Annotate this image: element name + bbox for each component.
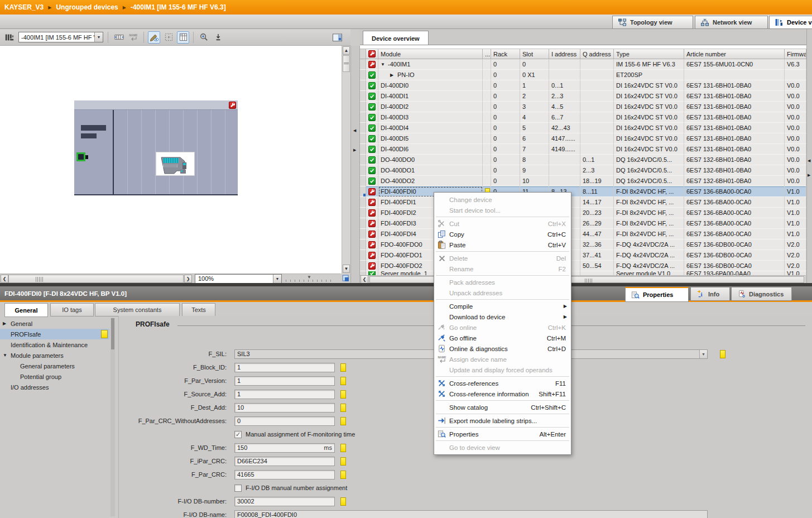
tab-network-view[interactable]: Network view (695, 16, 768, 29)
device-rack[interactable] (74, 100, 238, 195)
subtab-io-tags[interactable]: IO tags (50, 303, 94, 316)
menu-item-cross-reference-information[interactable]: Cross-reference informationShift+F11 (434, 388, 571, 399)
menu-item-go-offline[interactable]: Go offlineCtrl+M (434, 333, 571, 343)
tab-diagnostics[interactable]: Diagnostics (731, 287, 792, 301)
menu-item-delete[interactable]: DeleteDel (434, 253, 571, 263)
input-fparversion[interactable]: 1 (234, 376, 335, 386)
table-row[interactable]: FDO-400FDO032...36F-DQ 4x24VDC/2A ...6ES… (360, 239, 806, 250)
column-header[interactable]: Firmware (785, 49, 806, 59)
nav-scrollbar[interactable] (110, 318, 115, 516)
vertical-scroll-thumb[interactable] (343, 55, 350, 72)
column-header[interactable]: Type (614, 49, 684, 59)
panel-splitter[interactable]: ◀ ▶ (350, 46, 360, 283)
table-row[interactable]: DO-400DO201018...19DQ 16x24VDC/0.5...6ES… (360, 176, 806, 186)
station-icon[interactable] (3, 31, 16, 44)
table-row[interactable]: FDI-400FDI326...29F-DI 8x24VDC HF, ...6E… (360, 218, 806, 229)
checkbox-manual-assignment-of-f-monitoring-time[interactable]: ✓ (234, 431, 242, 438)
chevron-down-icon[interactable]: ▼ (94, 32, 103, 42)
subtab-system-constants[interactable]: System constants (95, 303, 180, 316)
scroll-up-icon[interactable]: ▲ (343, 46, 350, 55)
table-row[interactable]: FDI-400FDI00118...138...11F-DI 8x24VDC H… (360, 186, 806, 197)
module-name-cell[interactable]: DI-400DI6 (378, 144, 483, 155)
device-view-vertical-scrollbar[interactable]: ▲ ▼ (342, 46, 350, 274)
nav-item-i-o-addresses[interactable]: I/O addresses (0, 382, 109, 392)
scroll-left-icon[interactable]: ❮ (361, 275, 368, 284)
tab-topology-view[interactable]: Topology view (612, 16, 693, 29)
pn-port-connector[interactable] (76, 152, 85, 161)
menu-item-change-device[interactable]: Change device (434, 194, 571, 205)
rack-button[interactable] (113, 31, 125, 44)
tab-info[interactable]: iInfo (690, 287, 730, 301)
chevron-down-icon[interactable]: ▼ (273, 275, 281, 283)
nav-item-module-parameters[interactable]: ▼Module parameters (0, 350, 109, 361)
collapse-left-icon[interactable]: ◀ (353, 128, 356, 133)
chevron-down-icon[interactable]: ▼ (699, 350, 707, 358)
nav-item-profisafe[interactable]: PROFIsafe (0, 329, 109, 339)
chevron-down-icon[interactable]: ▼ (381, 62, 386, 67)
table-row[interactable]: FDO-400FDO137...41F-DQ 4x24VDC/2A ...6ES… (360, 250, 806, 261)
module-name-cell[interactable]: ▶PN-IO (378, 70, 483, 80)
tab-properties[interactable]: Properties (625, 287, 689, 302)
breadcrumb-item[interactable]: KAYSER_V3 (4, 3, 44, 11)
nav-item-general-parameters[interactable]: General parameters (0, 361, 109, 371)
menu-item-export-module-labeling-strips[interactable]: Export module labeling strips... (434, 415, 571, 426)
table-row[interactable]: Server module_1Server module V1.06ES7 19… (360, 271, 806, 275)
menu-item-cross-references[interactable]: Cross-referencesF11 (434, 378, 571, 388)
chevron-down-icon[interactable]: ▼ (3, 353, 7, 358)
table-row[interactable]: DI-400DI2034...5DI 16x24VDC ST V0.06ES7 … (360, 102, 806, 112)
table-row[interactable]: FDI-400FDI220...23F-DI 8x24VDC HF, ...6E… (360, 208, 806, 218)
checkbox-f-i-o-db-manual-number-assignment[interactable] (234, 485, 242, 492)
overview-horizontal-scrollbar[interactable]: ❮ (360, 275, 805, 283)
tab-device-overview[interactable]: Device overview (363, 31, 429, 45)
scroll-down-icon[interactable]: ▼ (343, 265, 350, 273)
menu-item-go-to-device-view[interactable]: Go to device view (434, 442, 571, 453)
horizontal-scroll-thumb[interactable] (8, 275, 184, 283)
table-row[interactable]: DI-400DI40542...43DI 16x24VDC ST V0.06ES… (360, 123, 806, 133)
chevron-right-icon[interactable]: ▶ (390, 73, 395, 78)
breadcrumb-item[interactable]: -400IM1 [IM 155-6 MF HF V6.3] (131, 3, 226, 11)
zoom-level-dropdown[interactable]: 100% ▼ (195, 274, 282, 284)
input-fdestadd[interactable]: 10 (234, 403, 335, 413)
device-graphic-view[interactable]: -400IM1 (0, 46, 342, 274)
menu-item-copy[interactable]: CopyCtrl+C (434, 229, 571, 239)
module-name-cell[interactable]: DI-400DI4 (378, 123, 483, 133)
module-name-cell[interactable]: ▼-400IM1 (378, 59, 483, 70)
menu-item-download-to-device[interactable]: Download to device▶ (434, 311, 571, 322)
column-header[interactable]: Slot (520, 49, 549, 59)
menu-item-start-device-tool[interactable]: Start device tool... (434, 205, 571, 215)
subtab-texts[interactable]: Texts (182, 303, 215, 316)
menu-item-rename[interactable]: RenameF2 (434, 263, 571, 274)
breadcrumb-item[interactable]: Ungrouped devices (56, 3, 118, 11)
table-row[interactable]: DI-400DI3046...7DI 16x24VDC ST V0.06ES7 … (360, 112, 806, 123)
table-row[interactable]: FDI-400FDI444...47F-DI 8x24VDC HF, ...6E… (360, 229, 806, 239)
table-row[interactable]: DI-400DI5064147......DI 16x24VDC ST V0.0… (360, 133, 806, 144)
column-header[interactable]: ... (483, 49, 491, 59)
table-row[interactable]: FDO-400FDO250...54F-DQ 4x24VDC/2A ...6ES… (360, 261, 806, 271)
input-fiparcrc[interactable]: D66EC234 (234, 457, 335, 466)
collapse-left-icon[interactable]: ◀ (808, 159, 810, 163)
module-name-cell[interactable]: DO-400DO0 (378, 155, 483, 165)
table-row[interactable]: DI-400DI1022...3DI 16x24VDC ST V0.06ES7 … (360, 91, 806, 102)
menu-item-update-and-display-forced-operands[interactable]: Update and display forced operands (434, 364, 571, 375)
scroll-right-icon[interactable]: ❯ (184, 275, 192, 283)
column-header[interactable]: Rack (491, 49, 520, 59)
device-selector-dropdown[interactable]: -400IM1 [IM 155-6 MF HF V6.3 ▼ (18, 32, 103, 42)
menu-item-unpack-addresses[interactable]: Unpack addresses (434, 287, 571, 298)
input-fsourceadd[interactable]: 1 (234, 390, 335, 399)
menu-item-compile[interactable]: Compile▶ (434, 301, 571, 311)
dragged-module-image[interactable] (156, 152, 195, 176)
menu-item-show-catalog[interactable]: Show catalogCtrl+Shift+C (434, 402, 571, 413)
nav-item-potential-group[interactable]: Potential group (0, 371, 109, 382)
collapse-right-icon[interactable]: ▶ (808, 173, 810, 178)
fit-to-view-button[interactable] (340, 274, 350, 283)
download-button[interactable] (212, 31, 224, 44)
column-header[interactable]: Module (378, 49, 483, 59)
menu-item-go-online[interactable]: Go onlineCtrl+K (434, 322, 571, 333)
table-row[interactable]: DO-400DO1092...3DQ 16x24VDC/0.5...6ES7 1… (360, 165, 806, 176)
input-fwdtime[interactable]: 150ms (234, 443, 335, 453)
menu-item-pack-addresses[interactable]: Pack addresses (434, 277, 571, 287)
column-header[interactable]: I address (549, 49, 580, 59)
panel-toggle-button[interactable] (331, 31, 343, 44)
input-fblockid[interactable]: 1 (234, 363, 335, 372)
catalog-splitter[interactable]: ◀ ▶ (806, 29, 812, 283)
